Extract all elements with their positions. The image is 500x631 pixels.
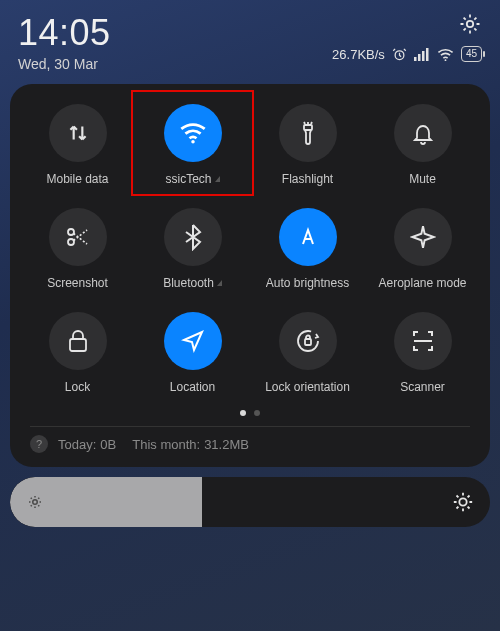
tile-label: Aeroplane mode: [378, 276, 466, 290]
bluetooth-icon: [164, 208, 222, 266]
lock-rotation-icon: [279, 312, 337, 370]
bell-icon: [394, 104, 452, 162]
svg-point-7: [191, 140, 195, 144]
svg-point-14: [33, 500, 38, 505]
location-icon: [164, 312, 222, 370]
tile-label: Screenshot: [47, 276, 108, 290]
tile-auto-brightness[interactable]: Auto brightness: [254, 208, 361, 290]
svg-rect-11: [70, 339, 86, 351]
svg-rect-3: [418, 54, 421, 61]
lock-icon: [49, 312, 107, 370]
clock: 14:05: [18, 12, 111, 54]
alarm-icon: [392, 47, 407, 62]
svg-rect-13: [305, 339, 311, 345]
net-speed: 26.7KB/s: [332, 47, 385, 62]
tile-location[interactable]: Location: [139, 312, 246, 394]
tile-mobile-data[interactable]: Mobile data: [24, 104, 131, 186]
tile-label: Scanner: [400, 380, 445, 394]
tile-scanner[interactable]: Scanner: [369, 312, 476, 394]
usage-today-label: Today:: [58, 437, 96, 452]
status-right: 26.7KB/s 45: [332, 12, 482, 62]
usage-month-value: 31.2MB: [204, 437, 249, 452]
signal-icon: [414, 47, 430, 61]
svg-rect-8: [304, 125, 312, 130]
chevron-down-icon: [217, 280, 222, 286]
tile-flashlight[interactable]: Flashlight: [254, 104, 361, 186]
svg-point-0: [467, 21, 473, 27]
tile-label: Flashlight: [282, 172, 333, 186]
svg-point-6: [444, 59, 446, 61]
tile-label: ssicTech: [165, 172, 219, 186]
page-dot: [254, 410, 260, 416]
auto-brightness-icon: [279, 208, 337, 266]
tile-lock-orientation[interactable]: Lock orientation: [254, 312, 361, 394]
settings-gear-icon[interactable]: [458, 12, 482, 36]
quick-settings-panel: Mobile data ssicTech Flashlight Mute: [10, 84, 490, 467]
tile-label: Lock orientation: [265, 380, 350, 394]
tile-mute[interactable]: Mute: [369, 104, 476, 186]
usage-today-value: 0B: [100, 437, 116, 452]
brightness-slider[interactable]: [10, 477, 490, 527]
status-left: 14:05 Wed, 30 Mar: [18, 12, 111, 72]
page-dot: [240, 410, 246, 416]
tile-label: Bluetooth: [163, 276, 222, 290]
divider: [30, 426, 470, 427]
data-usage-row[interactable]: ? Today: 0B This month: 31.2MB: [24, 435, 476, 455]
tile-aeroplane-mode[interactable]: Aeroplane mode: [369, 208, 476, 290]
tile-label: Mute: [409, 172, 436, 186]
svg-point-15: [459, 498, 466, 505]
scan-icon: [394, 312, 452, 370]
wifi-icon: [164, 104, 222, 162]
usage-month-label: This month:: [132, 437, 200, 452]
status-bar: 14:05 Wed, 30 Mar 26.7KB/s 45: [0, 0, 500, 76]
battery-pct: 45: [466, 49, 477, 59]
airplane-icon: [394, 208, 452, 266]
scissors-icon: [49, 208, 107, 266]
svg-rect-2: [414, 57, 417, 61]
tile-label: Lock: [65, 380, 90, 394]
wifi-icon: [437, 48, 454, 61]
tile-screenshot[interactable]: Screenshot: [24, 208, 131, 290]
tile-wifi[interactable]: ssicTech: [139, 104, 246, 186]
tile-label: Auto brightness: [266, 276, 349, 290]
tile-grid: Mobile data ssicTech Flashlight Mute: [24, 104, 476, 394]
page-indicator: [24, 410, 476, 416]
tile-label: Location: [170, 380, 215, 394]
tile-label: Mobile data: [46, 172, 108, 186]
status-indicators: 26.7KB/s 45: [332, 46, 482, 62]
svg-rect-5: [426, 48, 429, 61]
battery-indicator: 45: [461, 46, 482, 62]
svg-point-12: [298, 331, 318, 351]
tile-lock[interactable]: Lock: [24, 312, 131, 394]
brightness-low-icon: [26, 493, 44, 511]
chevron-down-icon: [215, 176, 220, 182]
tile-bluetooth[interactable]: Bluetooth: [139, 208, 246, 290]
brightness-high-icon: [452, 491, 474, 513]
help-icon: ?: [30, 435, 48, 453]
flashlight-icon: [279, 104, 337, 162]
mobile-data-icon: [49, 104, 107, 162]
svg-rect-4: [422, 51, 425, 61]
date: Wed, 30 Mar: [18, 56, 111, 72]
